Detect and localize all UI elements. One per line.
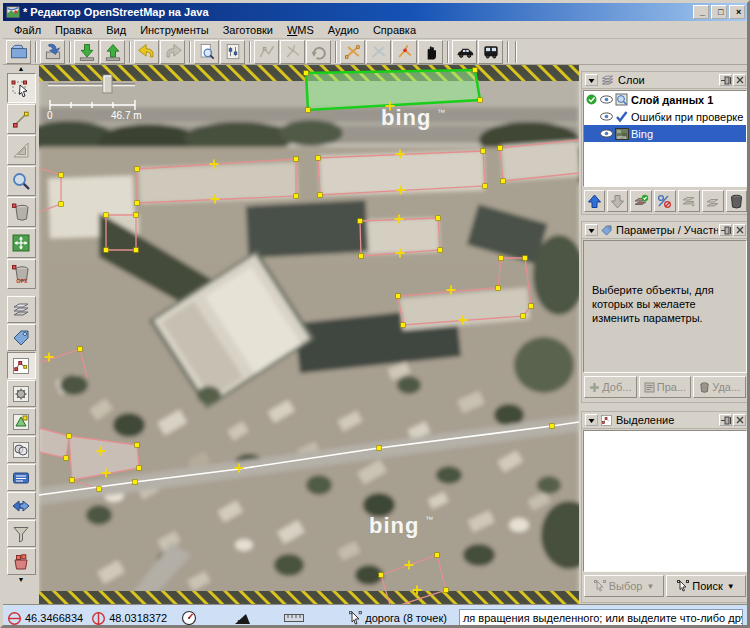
draw-way-tool-button[interactable] (7, 104, 36, 134)
add-tag-button[interactable]: Доб... (584, 376, 637, 398)
layer-delete-button[interactable] (726, 190, 747, 212)
close-button[interactable]: × (729, 5, 745, 19)
maximize-button[interactable]: □ (711, 5, 727, 19)
layer-move-down-button[interactable] (607, 190, 628, 212)
search-button[interactable] (194, 40, 219, 64)
layer-row-bing[interactable]: wms Bing (584, 125, 746, 142)
command-stack-dialog-button[interactable] (7, 492, 36, 519)
delete-tag-button[interactable]: Уда... (693, 376, 746, 398)
delete-tool-button[interactable] (7, 197, 36, 227)
filter-icon (11, 524, 31, 544)
visibility-eye-icon[interactable] (599, 95, 614, 104)
combine-way-disabled-button[interactable] (366, 40, 391, 64)
combine-way-button[interactable] (340, 40, 365, 64)
bus-routing-button[interactable] (478, 40, 503, 64)
move-tool-button[interactable] (7, 228, 36, 258)
selection-list[interactable] (583, 430, 747, 572)
map-canvas[interactable]: bing ™ bing ™ 0 46.7 m (39, 65, 579, 604)
panel-close-button[interactable] (733, 224, 746, 236)
menu-help[interactable]: Справка (366, 22, 423, 38)
select-tool-icon (11, 78, 31, 98)
opacity-icon (657, 194, 673, 209)
convert-gpx-tool-button[interactable]: GPX (7, 259, 36, 289)
save-button[interactable] (40, 40, 65, 64)
longitude-readout: 48.0318372 (91, 611, 167, 626)
join-gpx-button[interactable] (280, 40, 305, 64)
extrude-tool-button[interactable] (7, 135, 36, 165)
zoom-tool-button[interactable] (7, 166, 36, 196)
selection-dialog-button[interactable] (7, 352, 36, 379)
merge-layer-icon (681, 194, 697, 209)
changeset-dialog-button[interactable] (7, 548, 36, 575)
redo-button[interactable] (160, 40, 185, 64)
menu-wms[interactable]: WMS (280, 22, 321, 38)
download-button[interactable] (74, 40, 99, 64)
sticky-pin-button[interactable] (719, 74, 732, 86)
layers-dialog-button[interactable] (7, 296, 36, 323)
convert-gpx-tool-icon: GPX (11, 264, 31, 284)
properties-menu-button[interactable] (585, 224, 598, 236)
relations-dialog-button[interactable] (7, 408, 36, 435)
panel-close-button[interactable] (733, 74, 746, 86)
layer-row-data[interactable]: Слой данных 1 (584, 91, 746, 108)
conflicts-dialog-button[interactable] (7, 436, 36, 463)
relations-icon (11, 412, 31, 432)
open-file-button[interactable] (6, 40, 31, 64)
extrude-tool-icon (11, 140, 31, 160)
menu-audio[interactable]: Аудио (321, 22, 366, 38)
layer-row-validation[interactable]: Ошибки при проверке (584, 108, 746, 125)
search-menu-button[interactable]: Поиск▼ (666, 575, 746, 597)
menu-edit[interactable]: Правка (48, 22, 99, 38)
chevron-down-icon (587, 226, 596, 235)
properties-dialog-button[interactable] (7, 380, 36, 407)
preferences-button[interactable] (220, 40, 245, 64)
edit-tag-button[interactable]: Пра... (639, 376, 692, 398)
layer-merge-button[interactable] (678, 190, 700, 212)
block-hand-button[interactable] (418, 40, 443, 64)
scroll-up-icon[interactable]: ▲ (6, 65, 36, 73)
search-cursor-icon (677, 580, 689, 592)
pin-icon (721, 226, 731, 235)
filter-dialog-button[interactable] (7, 520, 36, 547)
undo-button[interactable] (134, 40, 159, 64)
select-menu-button[interactable]: Выбор▼ (584, 575, 664, 597)
object-cursor-icon (349, 611, 362, 625)
visibility-eye-icon[interactable] (599, 129, 614, 138)
minimize-button[interactable]: _ (693, 5, 709, 19)
active-layer-icon (584, 94, 599, 105)
layer-opacity-button[interactable] (654, 190, 676, 212)
ruler-icon (284, 613, 304, 623)
authors-dialog-button[interactable] (7, 464, 36, 491)
title-bar[interactable]: * Редактор OpenStreetMap на Java _ □ × (3, 3, 747, 21)
layer-move-up-button[interactable] (584, 190, 605, 212)
menu-file[interactable]: Файл (7, 22, 48, 38)
refresh-button[interactable] (306, 40, 331, 64)
command-stack-icon (11, 496, 31, 516)
layers-menu-button[interactable] (585, 74, 598, 86)
unglue-node-button[interactable] (392, 40, 417, 64)
sticky-pin-button[interactable] (719, 414, 732, 426)
toolbar-separator (249, 41, 251, 63)
draw-gpx-button[interactable] (254, 40, 279, 64)
menu-view[interactable]: Вид (99, 22, 133, 38)
select-tool-button[interactable] (7, 73, 36, 103)
menu-presets[interactable]: Заготовки (216, 22, 280, 38)
sticky-pin-button[interactable] (719, 224, 732, 236)
selection-menu-button[interactable] (585, 414, 598, 426)
toolbar-separator (189, 41, 191, 63)
scroll-down-icon[interactable]: ▼ (6, 576, 36, 584)
draw-way-tool-icon (11, 109, 31, 129)
car-routing-button[interactable] (452, 40, 477, 64)
panel-close-button[interactable] (733, 414, 746, 426)
bing-trademark-bottom: ™ (425, 515, 433, 524)
layer-duplicate-button[interactable] (702, 190, 724, 212)
layer-activate-button[interactable] (630, 190, 652, 212)
visibility-eye-icon[interactable] (599, 112, 614, 121)
latitude-value: 46.3466834 (25, 612, 83, 624)
toolbar-separator (335, 41, 337, 63)
upload-button[interactable] (100, 40, 125, 64)
tags-dialog-button[interactable] (7, 324, 36, 351)
heading-indicator (181, 610, 200, 626)
menu-tools[interactable]: Инструменты (133, 22, 216, 38)
layers-panel: Слои Слой данных 1 Ошибки при проверке (581, 71, 749, 215)
